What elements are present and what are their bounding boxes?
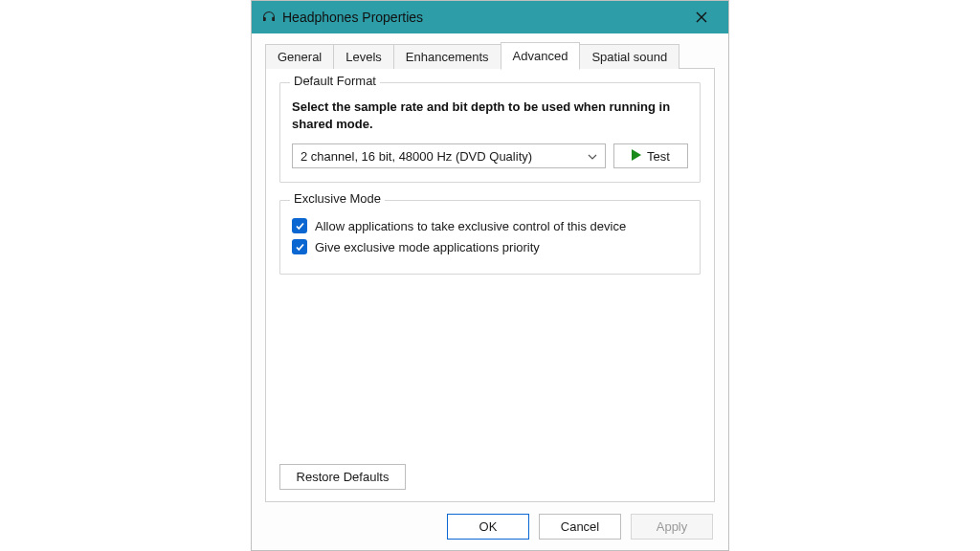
default-format-legend: Default Format	[290, 74, 380, 88]
sample-rate-select[interactable]: 2 channel, 16 bit, 48000 Hz (DVD Quality…	[292, 143, 606, 168]
restore-defaults-label: Restore Defaults	[297, 470, 390, 484]
exclusive-mode-legend: Exclusive Mode	[290, 191, 385, 206]
window-title: Headphones Properties	[277, 10, 682, 25]
test-label: Test	[647, 149, 670, 164]
tab-enhancements[interactable]: Enhancements	[393, 44, 501, 69]
default-format-description: Select the sample rate and bit depth to …	[292, 99, 688, 132]
format-row: 2 channel, 16 bit, 48000 Hz (DVD Quality…	[292, 143, 688, 168]
tab-spatial-sound[interactable]: Spatial sound	[579, 44, 679, 69]
tabs: General Levels Enhancements Advanced Spa…	[265, 41, 715, 69]
test-button[interactable]: Test	[613, 143, 688, 168]
exclusive-priority-checkbox-row[interactable]: Give exclusive mode applications priorit…	[292, 239, 688, 254]
ok-button[interactable]: OK	[447, 514, 529, 540]
restore-defaults-button[interactable]: Restore Defaults	[279, 464, 406, 490]
apply-button[interactable]: Apply	[631, 514, 713, 540]
tab-general[interactable]: General	[265, 44, 334, 69]
play-icon	[632, 149, 641, 164]
dialog-footer: OK Cancel Apply	[252, 502, 728, 550]
tab-panel-advanced: Default Format Select the sample rate an…	[265, 68, 715, 502]
sample-rate-value: 2 channel, 16 bit, 48000 Hz (DVD Quality…	[301, 149, 532, 164]
exclusive-priority-label: Give exclusive mode applications priorit…	[315, 240, 540, 254]
cancel-button[interactable]: Cancel	[539, 514, 621, 540]
headphones-icon	[261, 9, 277, 27]
checkbox-checked-icon	[292, 239, 307, 254]
chevron-down-icon	[588, 151, 597, 162]
dialog-content: General Levels Enhancements Advanced Spa…	[252, 33, 728, 502]
spacer	[279, 292, 701, 464]
tab-levels[interactable]: Levels	[333, 44, 394, 69]
close-button[interactable]	[682, 4, 721, 31]
default-format-group: Default Format Select the sample rate an…	[279, 82, 701, 183]
ok-label: OK	[479, 519, 498, 534]
cancel-label: Cancel	[561, 519, 599, 534]
exclusive-mode-group: Exclusive Mode Allow applications to tak…	[279, 200, 701, 275]
checkbox-checked-icon	[292, 218, 307, 233]
apply-label: Apply	[657, 519, 688, 534]
tab-advanced[interactable]: Advanced	[501, 42, 581, 70]
titlebar: Headphones Properties	[252, 1, 728, 33]
allow-exclusive-label: Allow applications to take exclusive con…	[315, 219, 626, 233]
allow-exclusive-checkbox-row[interactable]: Allow applications to take exclusive con…	[292, 218, 688, 233]
properties-dialog: Headphones Properties General Levels Enh…	[251, 0, 729, 551]
